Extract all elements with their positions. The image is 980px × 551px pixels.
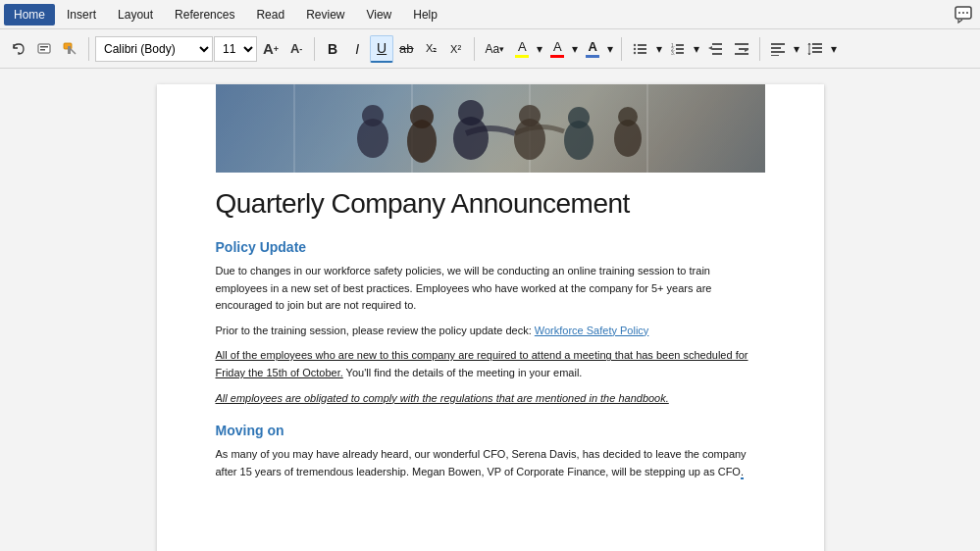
- numbering-button[interactable]: 1.2.3.: [665, 35, 691, 63]
- italic-button[interactable]: I: [345, 35, 369, 63]
- svg-point-9: [634, 43, 636, 45]
- svg-point-45: [458, 100, 484, 125]
- svg-rect-14: [638, 52, 646, 54]
- svg-rect-33: [812, 51, 822, 53]
- bullets-dropdown[interactable]: ▾: [654, 35, 664, 63]
- menu-view[interactable]: View: [356, 4, 401, 25]
- toolbar-sep-4: [621, 37, 622, 61]
- document-area: Quarterly Company Announcement Policy Up…: [0, 69, 980, 551]
- svg-rect-4: [38, 44, 50, 53]
- font-color-button[interactable]: A: [545, 35, 569, 63]
- svg-rect-30: [771, 55, 779, 56]
- svg-point-49: [568, 107, 590, 128]
- section-policy-update: Policy Update Due to changes in our work…: [216, 239, 765, 407]
- underline-text: All of the employees who are new to this…: [216, 349, 748, 378]
- svg-point-51: [618, 107, 638, 126]
- spacing-button[interactable]: [802, 35, 828, 63]
- menu-help[interactable]: Help: [403, 4, 447, 25]
- font-size-select[interactable]: 11: [214, 36, 257, 62]
- svg-rect-21: [712, 43, 722, 45]
- section-moving-on: Moving on As many of you may have alread…: [216, 423, 765, 480]
- menu-layout[interactable]: Layout: [108, 4, 163, 25]
- svg-rect-28: [771, 47, 781, 49]
- svg-point-11: [634, 47, 636, 49]
- font-family-select[interactable]: Calibri (Body): [95, 36, 213, 62]
- svg-rect-26: [735, 53, 748, 55]
- undo-button[interactable]: [6, 35, 31, 63]
- menu-insert[interactable]: Insert: [57, 4, 106, 25]
- svg-point-1: [958, 12, 960, 14]
- align-button[interactable]: [765, 35, 791, 63]
- font-shrink-button[interactable]: A-: [284, 35, 308, 63]
- svg-rect-22: [712, 48, 722, 50]
- svg-rect-10: [638, 44, 646, 46]
- document-header-image: [216, 84, 765, 173]
- moving-on-para-1: As many of you may have already heard, o…: [216, 446, 765, 480]
- menu-bar: Home Insert Layout References Read Revie…: [0, 0, 980, 29]
- svg-rect-16: [676, 44, 684, 46]
- quick-access-button[interactable]: [32, 35, 56, 63]
- toolbar-text-group: Aa ▾ A ▾ A ▾ A ▾: [481, 35, 616, 63]
- toolbar-undo-group: [6, 35, 82, 63]
- svg-point-41: [362, 105, 384, 126]
- svg-rect-18: [676, 48, 684, 50]
- svg-rect-6: [40, 49, 45, 51]
- svg-point-47: [519, 105, 541, 126]
- menu-read[interactable]: Read: [246, 4, 294, 25]
- menu-home[interactable]: Home: [4, 4, 55, 25]
- document-page: Quarterly Company Announcement Policy Up…: [157, 84, 824, 551]
- align-dropdown[interactable]: ▾: [792, 35, 801, 63]
- svg-rect-20: [676, 52, 684, 54]
- svg-point-43: [410, 105, 434, 128]
- workforce-safety-policy-link[interactable]: Workforce Safety Policy: [535, 325, 649, 336]
- chat-icon[interactable]: [951, 2, 976, 27]
- section-heading-moving-on: Moving on: [216, 423, 765, 438]
- section-heading-policy: Policy Update: [216, 239, 765, 255]
- svg-rect-25: [739, 48, 748, 50]
- bullets-button[interactable]: [628, 35, 653, 63]
- autocorrect-indicator: .: [741, 466, 744, 479]
- svg-rect-31: [812, 43, 822, 45]
- toolbar: Calibri (Body) 11 A+ A- B I U ab X₂ X² A…: [0, 29, 980, 69]
- svg-rect-8: [68, 46, 71, 54]
- toolbar-format-group: B I U ab X₂ X²: [321, 35, 467, 63]
- svg-rect-32: [812, 47, 822, 49]
- spacing-dropdown[interactable]: ▾: [829, 35, 839, 63]
- subscript-button[interactable]: X₂: [420, 35, 443, 63]
- toolbar-sep-1: [88, 37, 89, 61]
- underline-button[interactable]: U: [370, 35, 393, 63]
- outdent-button[interactable]: [702, 35, 728, 63]
- policy-para-3: All of the employees who are new to this…: [216, 347, 765, 381]
- policy-para-4: All employees are obligated to comply wi…: [216, 390, 765, 408]
- svg-rect-12: [638, 48, 646, 50]
- policy-para-1: Due to changes in our workforce safety p…: [216, 263, 765, 315]
- indent-button[interactable]: [729, 35, 754, 63]
- format-painter-button[interactable]: [57, 35, 82, 63]
- menu-review[interactable]: Review: [296, 4, 354, 25]
- svg-rect-23: [712, 53, 722, 55]
- svg-point-13: [634, 51, 636, 53]
- toolbar-sep-5: [759, 37, 760, 61]
- font-color2-dropdown[interactable]: ▾: [605, 35, 615, 63]
- bold-button[interactable]: B: [321, 35, 344, 63]
- toolbar-sep-3: [474, 37, 475, 61]
- menu-references[interactable]: References: [165, 4, 244, 25]
- svg-point-2: [962, 12, 964, 14]
- strikethrough-button[interactable]: ab: [394, 35, 418, 63]
- svg-rect-24: [735, 43, 748, 45]
- document-title: Quarterly Company Announcement: [216, 188, 765, 220]
- toolbar-sep-2: [314, 37, 315, 61]
- toolbar-font-group: Calibri (Body) 11 A+ A-: [95, 35, 308, 63]
- highlight-button[interactable]: A: [510, 35, 534, 63]
- superscript-button[interactable]: X²: [444, 35, 468, 63]
- italic-underline-text: All employees are obligated to comply wi…: [216, 392, 669, 404]
- font-grow-button[interactable]: A+: [258, 35, 284, 63]
- numbering-dropdown[interactable]: ▾: [692, 35, 701, 63]
- font-color2-button[interactable]: A: [581, 35, 604, 63]
- font-color-dropdown[interactable]: ▾: [570, 35, 580, 63]
- svg-point-3: [966, 12, 968, 14]
- toolbar-para-group: ▾ 1.2.3. ▾ ▾ ▾: [628, 35, 839, 63]
- svg-text:3.: 3.: [671, 50, 675, 56]
- change-case-button[interactable]: Aa ▾: [481, 35, 510, 63]
- highlight-dropdown[interactable]: ▾: [535, 35, 544, 63]
